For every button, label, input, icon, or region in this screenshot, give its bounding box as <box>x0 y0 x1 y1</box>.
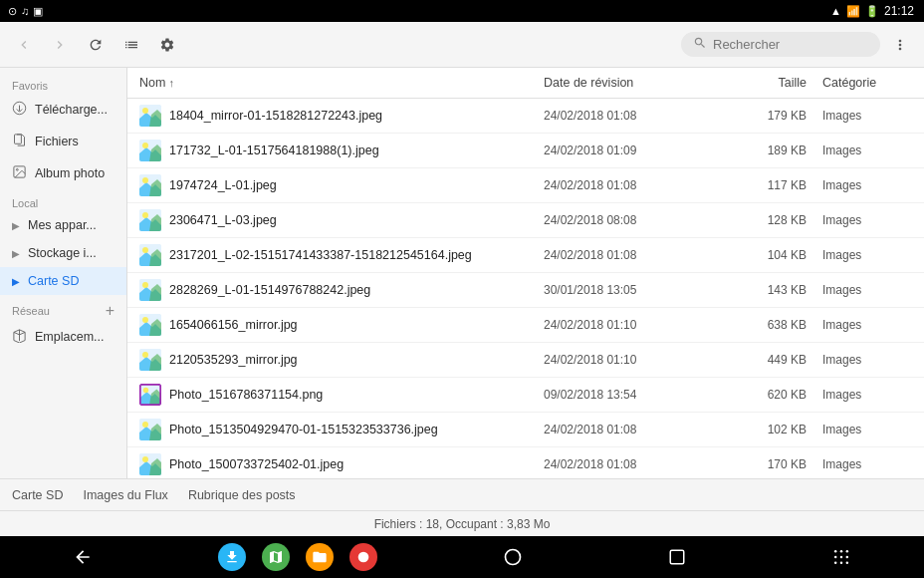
file-size: 143 KB <box>723 283 822 297</box>
forward-button[interactable] <box>44 29 76 61</box>
file-date: 24/02/2018 01:08 <box>544 109 723 123</box>
svg-point-7 <box>142 108 148 114</box>
sidebar-item-telechargements[interactable]: Télécharge... <box>0 94 126 126</box>
file-date: 24/02/2018 01:08 <box>544 423 723 436</box>
network-add-button[interactable]: + <box>106 303 115 319</box>
svg-point-64 <box>846 562 849 565</box>
file-category: Images <box>822 388 912 402</box>
tab-carte-sd[interactable]: Carte SD <box>12 484 63 506</box>
file-category: Images <box>822 318 912 332</box>
app-icon-files[interactable] <box>306 543 334 571</box>
svg-point-11 <box>142 143 148 148</box>
favorites-header: Favoris <box>0 72 126 94</box>
file-name-cell: Photo_1513504929470-01-1515323533736.jpe… <box>139 419 544 440</box>
sidebar-item-carte-sd[interactable]: ▶ Carte SD <box>0 267 126 295</box>
file-name: 171732_L-01-1517564181988(1).jpeg <box>169 144 379 157</box>
table-row[interactable]: 2306471_L-03.jpeg 24/02/2018 08:08 128 K… <box>127 203 924 238</box>
file-name: 2828269_L-01-1514976788242.jpeg <box>169 283 370 297</box>
file-thumbnail <box>139 419 161 440</box>
settings-button[interactable] <box>151 29 183 61</box>
table-row[interactable]: 18404_mirror-01-1518281272243.jpeg 24/02… <box>127 99 924 134</box>
tab-images-flux[interactable]: Images du Flux <box>83 484 167 506</box>
file-date: 09/02/2018 13:54 <box>544 388 723 402</box>
file-name: 18404_mirror-01-1518281272243.jpeg <box>169 109 382 123</box>
svg-point-44 <box>142 422 148 428</box>
sidebar-item-emplacements[interactable]: Emplacem... <box>0 321 126 353</box>
file-name: Photo_1513504929470-01-1515323533736.jpe… <box>169 423 438 436</box>
col-category-header[interactable]: Catégorie <box>822 76 912 90</box>
more-button[interactable] <box>884 29 916 61</box>
album-photo-label: Album photo <box>35 166 105 180</box>
svg-point-23 <box>142 247 148 253</box>
emplacements-label: Emplacem... <box>35 330 104 344</box>
table-row[interactable]: 1654066156_mirror.jpg 24/02/2018 01:10 6… <box>127 308 924 343</box>
file-category: Images <box>822 109 912 123</box>
file-name-cell: 171732_L-01-1517564181988(1).jpeg <box>139 140 544 161</box>
file-thumbnail <box>139 453 161 475</box>
android-home-button[interactable] <box>483 539 543 575</box>
android-recents-button[interactable] <box>648 540 706 574</box>
local-header: Local <box>0 189 126 211</box>
svg-point-60 <box>840 556 843 559</box>
table-row[interactable]: Photo_1500733725402-01.jpeg 24/02/2018 0… <box>127 447 924 478</box>
list-view-button[interactable] <box>116 29 147 61</box>
col-date-header[interactable]: Date de révision <box>544 76 723 90</box>
android-back-button[interactable] <box>53 539 113 575</box>
svg-point-31 <box>142 317 148 323</box>
file-size: 449 KB <box>723 353 822 367</box>
status-text: Fichiers : 18, Occupant : 3,83 Mo <box>374 517 551 531</box>
table-row[interactable]: Photo_1516786371154.png 09/02/2018 13:54… <box>127 378 924 413</box>
file-size: 128 KB <box>723 213 822 227</box>
android-apps-button[interactable] <box>811 539 871 575</box>
file-name-cell: 1974724_L-01.jpeg <box>139 174 544 196</box>
svg-point-63 <box>840 562 843 565</box>
file-name-cell: 2120535293_mirror.jpg <box>139 349 544 371</box>
file-name: 1974724_L-01.jpeg <box>169 178 277 192</box>
expand-mes-appareils-icon: ▶ <box>12 220 20 231</box>
tab-rubrique-posts[interactable]: Rubrique des posts <box>188 484 296 506</box>
file-name: Photo_1516786371154.png <box>169 388 323 402</box>
table-row[interactable]: 1974724_L-01.jpeg 24/02/2018 01:08 117 K… <box>127 168 924 203</box>
search-box[interactable] <box>681 32 880 57</box>
svg-point-57 <box>840 550 843 553</box>
col-size-header[interactable]: Taille <box>723 76 822 90</box>
fichiers-label: Fichiers <box>35 135 79 148</box>
file-date: 24/02/2018 01:08 <box>544 248 723 262</box>
sidebar-item-mes-appareils[interactable]: ▶ Mes appar... <box>0 211 126 239</box>
table-row[interactable]: 171732_L-01-1517564181988(1).jpeg 24/02/… <box>127 134 924 168</box>
file-category: Images <box>822 213 912 227</box>
file-thumbnail <box>139 384 161 406</box>
table-row[interactable]: 2120535293_mirror.jpg 24/02/2018 01:10 4… <box>127 343 924 378</box>
refresh-button[interactable] <box>80 29 112 61</box>
table-row[interactable]: 2317201_L-02-15151741433387-151821254516… <box>127 238 924 273</box>
file-size: 104 KB <box>723 248 822 262</box>
file-list[interactable]: 18404_mirror-01-1518281272243.jpeg 24/02… <box>127 99 924 478</box>
file-date: 24/02/2018 01:08 <box>544 178 723 192</box>
sidebar-item-stockage[interactable]: ▶ Stockage i... <box>0 239 126 267</box>
file-date: 30/01/2018 13:05 <box>544 283 723 297</box>
app-icon-download[interactable] <box>218 543 246 571</box>
file-thumbnail <box>139 314 161 336</box>
back-button[interactable] <box>8 29 40 61</box>
file-size: 620 KB <box>723 388 822 402</box>
svg-point-62 <box>834 562 837 565</box>
file-thumbnail <box>139 105 161 127</box>
svg-point-3 <box>16 168 18 170</box>
app-icon-maps[interactable] <box>262 543 290 571</box>
table-row[interactable]: Photo_1513504929470-01-1515323533736.jpe… <box>127 413 924 447</box>
sidebar-item-fichiers[interactable]: Fichiers <box>0 126 126 157</box>
file-name: 1654066156_mirror.jpg <box>169 318 298 332</box>
table-row[interactable]: 2828269_L-01-1514976788242.jpeg 30/01/20… <box>127 273 924 308</box>
bottom-tabs: Carte SD Images du Flux Rubrique des pos… <box>0 478 924 510</box>
wifi-icon: 📶 <box>846 5 860 18</box>
sidebar-item-album-photo[interactable]: Album photo <box>0 157 126 189</box>
svg-point-48 <box>142 456 148 462</box>
telechargements-label: Télécharge... <box>35 103 108 117</box>
app-icon-red[interactable] <box>349 543 377 571</box>
col-name-header[interactable]: Nom ↑ <box>139 76 544 90</box>
file-size: 638 KB <box>723 318 822 332</box>
carte-sd-label: Carte SD <box>28 274 79 288</box>
file-name-cell: Photo_1500733725402-01.jpeg <box>139 453 544 475</box>
search-input[interactable] <box>713 37 868 52</box>
file-category: Images <box>822 353 912 367</box>
